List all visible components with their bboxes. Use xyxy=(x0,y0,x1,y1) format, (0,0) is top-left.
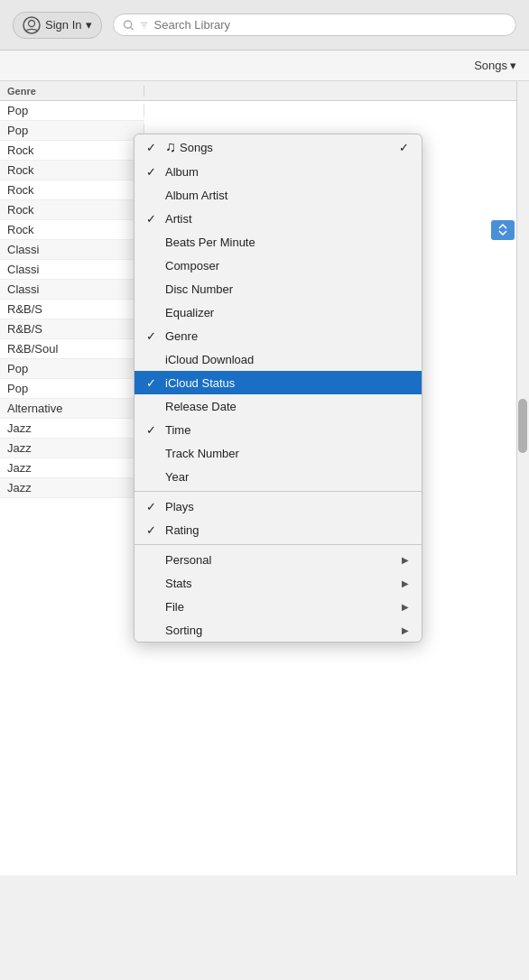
menu-item-personal[interactable]: Personal▶ xyxy=(135,548,422,571)
menu-item-songs[interactable]: ✓♫Songs✓ xyxy=(135,134,422,160)
checkmark-album: ✓ xyxy=(144,165,158,179)
menu-label-file: File xyxy=(165,600,394,614)
search-input[interactable] xyxy=(154,18,506,32)
sort-arrow: ▾ xyxy=(510,59,516,72)
menu-item-file[interactable]: File▶ xyxy=(135,595,422,618)
top-bar: Sign In ▾ xyxy=(0,0,529,51)
menu-item-equalizer[interactable]: Equalizer xyxy=(135,300,422,324)
menu-item-album-artist[interactable]: Album Artist xyxy=(135,183,422,207)
menu-label-bpm: Beats Per Minute xyxy=(165,236,409,249)
menu-label-time: Time xyxy=(165,423,409,437)
menu-item-year[interactable]: Year xyxy=(135,465,422,488)
menu-item-time[interactable]: ✓Time xyxy=(135,418,422,441)
menu-item-sorting[interactable]: Sorting▶ xyxy=(135,618,422,642)
stepper-down-icon xyxy=(498,230,507,236)
menu-item-icloud-status[interactable]: ✓iCloud Status xyxy=(135,371,422,394)
genre-cell: Rock xyxy=(0,163,144,177)
genre-cell: Jazz xyxy=(0,461,144,475)
menu-label-artist: Artist xyxy=(165,212,409,226)
genre-cell: R&B/S xyxy=(0,322,144,336)
menu-item-bpm[interactable]: Beats Per Minute xyxy=(135,230,422,254)
checkmark-artist: ✓ xyxy=(144,212,158,226)
genre-cell: Alternative xyxy=(0,402,144,415)
genre-cell: Classi xyxy=(0,282,144,296)
menu-item-rating[interactable]: ✓Rating xyxy=(135,518,422,541)
svg-line-3 xyxy=(131,27,134,30)
menu-item-plays[interactable]: ✓Plays xyxy=(135,495,422,518)
submenu-arrow-file: ▶ xyxy=(402,602,409,612)
genre-cell: Classi xyxy=(0,263,144,276)
genre-cell: Pop xyxy=(0,382,144,395)
menu-label-sorting: Sorting xyxy=(165,624,394,637)
submenu-arrow-stats: ▶ xyxy=(402,578,409,588)
menu-item-artist[interactable]: ✓Artist xyxy=(135,207,422,230)
menu-item-album[interactable]: ✓Album xyxy=(135,160,422,183)
scrollbar[interactable] xyxy=(516,81,529,875)
svg-point-2 xyxy=(125,20,132,27)
menu-label-stats: Stats xyxy=(165,577,394,590)
checkmark-plays: ✓ xyxy=(144,500,158,513)
menu-item-icloud-download[interactable]: iCloud Download xyxy=(135,347,422,371)
genre-cell: Pop xyxy=(0,104,144,117)
genre-cell: Pop xyxy=(0,362,144,375)
checkmark-rating: ✓ xyxy=(144,523,158,537)
menu-label-release-date: Release Date xyxy=(165,400,409,413)
sign-in-label: Sign In xyxy=(45,18,81,32)
secondary-bar: Songs ▾ xyxy=(0,51,529,81)
menu-label-personal: Personal xyxy=(165,553,394,567)
menu-item-genre[interactable]: ✓Genre xyxy=(135,324,422,347)
column-picker-dropdown: ✓♫Songs✓✓AlbumAlbum Artist✓ArtistBeats P… xyxy=(134,134,422,643)
search-filter-icon xyxy=(140,21,148,30)
genre-column-header: Genre xyxy=(0,86,144,97)
genre-cell: R&B/Soul xyxy=(0,342,144,356)
genre-cell: Jazz xyxy=(0,421,144,435)
checkmark-songs: ✓ xyxy=(144,141,158,154)
menu-label-disc-number: Disc Number xyxy=(165,282,409,296)
songs-right-checkmark: ✓ xyxy=(399,141,409,154)
menu-label-equalizer: Equalizer xyxy=(165,306,409,319)
stepper-up-icon xyxy=(498,224,507,229)
menu-label-album: Album xyxy=(165,165,409,179)
genre-cell: Jazz xyxy=(0,441,144,455)
menu-label-year: Year xyxy=(165,470,409,484)
table-row: Pop xyxy=(0,101,529,121)
songs-sort-dropdown[interactable]: Songs ▾ xyxy=(474,59,516,72)
music-note-icon: ♫ xyxy=(165,139,176,154)
menu-label-songs: ♫Songs xyxy=(165,139,392,155)
table-header: Genre xyxy=(0,81,529,101)
checkmark-genre: ✓ xyxy=(144,329,158,343)
checkmark-icloud-status: ✓ xyxy=(144,376,158,390)
menu-label-icloud-download: iCloud Download xyxy=(165,353,409,366)
menu-item-release-date[interactable]: Release Date xyxy=(135,394,422,418)
genre-cell: Rock xyxy=(0,183,144,197)
genre-cell: Jazz xyxy=(0,481,144,495)
avatar-icon xyxy=(23,16,41,34)
genre-cell: Rock xyxy=(0,143,144,157)
menu-label-composer: Composer xyxy=(165,259,409,273)
menu-label-genre: Genre xyxy=(165,329,409,343)
menu-label-rating: Rating xyxy=(165,523,409,537)
icloud-stepper[interactable] xyxy=(491,220,515,240)
menu-item-track-number[interactable]: Track Number xyxy=(135,441,422,465)
sign-in-button[interactable]: Sign In ▾ xyxy=(13,12,102,39)
search-bar[interactable] xyxy=(113,14,516,36)
menu-label-icloud-status: iCloud Status xyxy=(165,376,409,390)
menu-item-disc-number[interactable]: Disc Number xyxy=(135,277,422,300)
scroll-thumb[interactable] xyxy=(518,399,527,453)
menu-label-track-number: Track Number xyxy=(165,447,409,460)
menu-item-stats[interactable]: Stats▶ xyxy=(135,571,422,595)
genre-cell: R&B/S xyxy=(0,302,144,316)
genre-cell: Pop xyxy=(0,124,144,137)
genre-cell: Rock xyxy=(0,223,144,236)
submenu-arrow-sorting: ▶ xyxy=(402,625,409,635)
menu-item-composer[interactable]: Composer xyxy=(135,254,422,277)
menu-separator xyxy=(135,544,422,545)
sort-label: Songs xyxy=(474,59,507,72)
genre-cell: Classi xyxy=(0,243,144,256)
menu-label-plays: Plays xyxy=(165,500,409,513)
search-icon xyxy=(123,19,135,32)
checkmark-time: ✓ xyxy=(144,423,158,437)
svg-point-1 xyxy=(29,20,35,26)
menu-label-album-artist: Album Artist xyxy=(165,189,409,202)
submenu-arrow-personal: ▶ xyxy=(402,555,409,565)
